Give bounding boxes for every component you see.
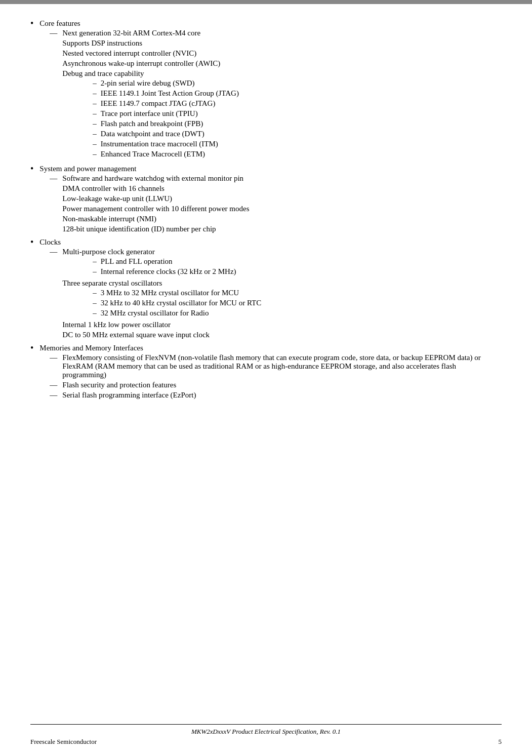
dash-icon: — [50,391,57,400]
item-text: Software and hardware watchdog with exte… [62,174,243,183]
ndash-icon: – [93,130,97,138]
item-text: 32 kHz to 40 kHz crystal oscillator for … [101,299,261,307]
list-item: — Software and hardware watchdog with ex… [39,174,502,183]
item-text: DC to 50 MHz external square wave input … [62,331,210,339]
list-item: — Next generation 32-bit ARM Cortex-M4 c… [39,29,502,37]
item-text: Three separate crystal oscillators [62,279,162,287]
dash-icon: — [50,353,57,362]
clock-block: Multi-purpose clock generator – PLL and … [62,248,236,277]
footer-rule [30,724,502,725]
ndash-icon: – [93,79,97,88]
list-item: • System and power management — Software… [30,165,502,235]
page-footer: MKW2xDxxxV Product Electrical Specificat… [0,724,532,746]
item-text: Power management controller with 10 diff… [62,205,249,213]
item-text: Flash security and protection features [62,381,176,389]
item-text: FlexMemory consisting of FlexNVM (non-vo… [62,353,502,379]
item-text: PLL and FLL operation [101,257,173,266]
list-item: – Internal reference clocks (32 kHz or 2… [62,267,236,276]
item-text: IEEE 1149.1 Joint Test Action Group (JTA… [101,89,239,98]
top-bar [0,0,532,4]
list-item: — Power management controller with 10 di… [39,205,502,213]
footer-left: Freescale Semiconductor [30,738,97,746]
crystal-block: Three separate crystal oscillators – 3 M… [62,279,261,319]
list-item: — Low-leakage wake-up unit (LLWU) [39,194,502,203]
dash-icon: — [50,248,57,256]
section-clocks: Clocks — Multi-purpose clock generator –… [39,238,502,341]
clocks-sub-list: — Multi-purpose clock generator – PLL an… [39,248,502,339]
list-item: — Multi-purpose clock generator – PLL an… [39,248,502,277]
list-item: • Core features — Next generation 32-bit… [30,19,502,162]
ndash-icon: – [93,257,97,266]
item-text: 32 MHz crystal oscillator for Radio [101,309,209,317]
item-text: 2-pin serial wire debug (SWD) [101,79,195,88]
item-text: Non-maskable interrupt (NMI) [62,215,156,223]
list-item: – 32 kHz to 40 kHz crystal oscillator fo… [62,299,261,307]
list-item: — DC to 50 MHz external square wave inpu… [39,331,502,339]
list-item: — DMA controller with 16 channels [39,184,502,193]
item-text: 128-bit unique identification (ID) numbe… [62,225,216,233]
page-content: • Core features — Next generation 32-bit… [0,4,532,445]
main-list: • Core features — Next generation 32-bit… [30,19,502,401]
list-item: — 128-bit unique identification (ID) num… [39,225,502,233]
ndash-icon: – [93,309,97,317]
ndash-icon: – [93,289,97,297]
item-text: Asynchronous wake-up interrupt controlle… [62,59,220,68]
list-item: – Flash patch and breakpoint (FPB) [62,120,239,128]
list-item: – PLL and FLL operation [62,257,236,266]
section-core: Core features — Next generation 32-bit A… [39,19,502,162]
bullet-icon: • [30,237,33,248]
list-item: – 32 MHz crystal oscillator for Radio [62,309,261,317]
ndash-icon: – [93,150,97,158]
ndash-icon: – [93,109,97,118]
clock-sub-sub: – PLL and FLL operation – Internal refer… [62,257,236,276]
item-text: DMA controller with 16 channels [62,184,165,193]
crystal-sub-sub: – 3 MHz to 32 MHz crystal oscillator for… [62,289,261,317]
list-item: — Nested vectored interrupt controller (… [39,49,502,58]
item-text: IEEE 1149.7 compact JTAG (cJTAG) [101,99,216,108]
item-text: Next generation 32-bit ARM Cortex-M4 cor… [62,29,200,37]
list-item: — Flash security and protection features [39,381,502,389]
core-sub-list: — Next generation 32-bit ARM Cortex-M4 c… [39,29,502,160]
list-item: • Clocks — Multi-purpose clock generator… [30,238,502,341]
list-item: – Enhanced Trace Macrocell (ETM) [62,150,239,158]
memories-sub-list: — FlexMemory consisting of FlexNVM (non-… [39,353,502,400]
item-text: Enhanced Trace Macrocell (ETM) [101,150,205,158]
list-item: – 3 MHz to 32 MHz crystal oscillator for… [62,289,261,297]
debug-block: Debug and trace capability – 2-pin seria… [62,69,239,160]
list-item: – IEEE 1149.1 Joint Test Action Group (J… [62,89,239,98]
ndash-icon: – [93,140,97,148]
list-item: – Instrumentation trace macrocell (ITM) [62,140,239,148]
item-text: Internal reference clocks (32 kHz or 2 M… [101,267,236,276]
footer-center-text: MKW2xDxxxV Product Electrical Specificat… [0,728,532,736]
section-label: Core features [39,19,80,27]
section-label: Clocks [39,238,61,246]
debug-sub-list: – 2-pin serial wire debug (SWD) – IEEE 1… [62,79,239,158]
list-item: – 2-pin serial wire debug (SWD) [62,79,239,88]
ndash-icon: – [93,299,97,307]
ndash-icon: – [93,89,97,98]
dash-icon: — [50,381,57,389]
item-text: Debug and trace capability [62,69,144,77]
section-label: System and power management [39,165,136,173]
list-item: • Memories and Memory Interfaces — FlexM… [30,344,502,401]
item-text: Data watchpoint and trace (DWT) [101,130,204,138]
section-system: System and power management — Software a… [39,165,502,235]
item-text: 3 MHz to 32 MHz crystal oscillator for M… [101,289,239,297]
item-text: Multi-purpose clock generator [62,248,154,256]
list-item: — Asynchronous wake-up interrupt control… [39,59,502,68]
section-label: Memories and Memory Interfaces [39,344,143,352]
bullet-icon: • [30,18,33,29]
item-text: Serial flash programming interface (EzPo… [62,391,196,400]
ndash-icon: – [93,267,97,276]
ndash-icon: – [93,99,97,108]
dash-icon: — [50,174,57,183]
bullet-icon: • [30,164,33,174]
item-text: Instrumentation trace macrocell (ITM) [101,140,218,148]
item-text: Internal 1 kHz low power oscillator [62,321,171,329]
list-item: — Non-maskable interrupt (NMI) [39,215,502,223]
list-item: — Serial flash programming interface (Ez… [39,391,502,400]
item-text: Nested vectored interrupt controller (NV… [62,49,196,58]
item-text: Supports DSP instructions [62,39,142,48]
footer-title: MKW2xDxxxV Product Electrical Specificat… [191,728,341,735]
dash-icon: — [50,29,57,37]
